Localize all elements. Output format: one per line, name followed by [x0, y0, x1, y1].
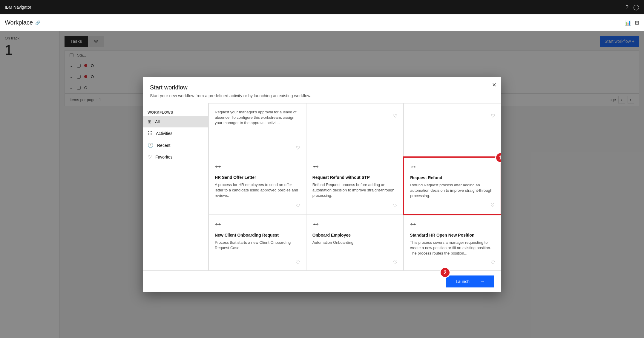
- workflow-card-onboard-employee[interactable]: Onboard Employee Automation Onboarding ♡: [306, 215, 404, 270]
- svg-point-1: [148, 133, 149, 135]
- workflow-row-2: New Client Onboarding Request Process th…: [208, 215, 501, 270]
- sidebar-item-all[interactable]: ⊞ All: [143, 116, 208, 127]
- favorite-icon[interactable]: ♡: [490, 203, 495, 208]
- svg-point-2: [151, 131, 152, 132]
- card-title: Standard HR Open New Position: [410, 233, 495, 237]
- card-title: Request Refund: [410, 175, 495, 180]
- card-footer: ♡: [312, 113, 398, 119]
- modal-sidebar: Workflows ⊞ All Activities: [143, 103, 208, 270]
- card-title: HR Send Offer Letter: [215, 175, 300, 180]
- launch-arrow-icon: →: [480, 279, 484, 284]
- card-title: New Client Onboarding Request: [215, 233, 300, 237]
- favorite-icon[interactable]: ♡: [393, 260, 397, 265]
- workflow-card-refund-no-stp[interactable]: Request Refund without STP Refund Reques…: [306, 157, 404, 215]
- workflow-card-partial-2[interactable]: ♡: [306, 103, 404, 157]
- start-workflow-modal: Start workflow Start your new workflow f…: [143, 77, 501, 292]
- user-icon[interactable]: ◯: [633, 4, 639, 10]
- modal-footer: 2 Launch →: [143, 270, 501, 292]
- recent-icon: 🕐: [148, 142, 154, 148]
- top-navigation: IBM Navigator ? ◯: [0, 0, 644, 14]
- modal-close-button[interactable]: ✕: [492, 82, 496, 88]
- grid-icon[interactable]: ⊞: [635, 19, 639, 26]
- chart-icon[interactable]: 📊: [625, 19, 631, 26]
- workflow-row-1: HR Send Offer Letter A process for HR em…: [208, 157, 501, 215]
- workflow-icon: [215, 163, 300, 171]
- card-footer: ♡: [312, 260, 398, 265]
- modal-subtitle: Start your new workflow from a predefine…: [150, 93, 494, 98]
- svg-point-0: [148, 131, 149, 132]
- workflow-card-request-refund[interactable]: Request Refund Refund Request process af…: [404, 157, 501, 215]
- card-footer: ♡: [215, 260, 300, 265]
- sidebar-item-label: Favorites: [155, 155, 173, 159]
- app-title-area: IBM Navigator: [5, 5, 31, 10]
- page-title: Workplace: [5, 19, 33, 26]
- sidebar-section-label: Workflows: [143, 108, 208, 116]
- svg-point-3: [151, 133, 152, 135]
- favorites-icon: ♡: [148, 154, 152, 160]
- workflow-card-new-client[interactable]: New Client Onboarding Request Process th…: [208, 215, 306, 270]
- sub-header: Workplace 🔗 📊 ⊞: [0, 14, 644, 31]
- sidebar-item-label: All: [155, 119, 160, 124]
- card-desc: A process for HR employees to send an of…: [215, 182, 300, 199]
- card-desc: Automation Onboarding: [312, 240, 398, 256]
- card-desc: Process that starts a new Client Onboard…: [215, 240, 300, 256]
- card-footer: ♡: [410, 113, 495, 119]
- card-desc: Request your manager's approval for a le…: [215, 109, 300, 141]
- sidebar-item-favorites[interactable]: ♡ Favorites: [143, 151, 208, 163]
- card-footer: ♡: [410, 203, 495, 208]
- workflow-card-partial-3[interactable]: ♡: [404, 103, 501, 157]
- card-desc: Refund Request process after adding an a…: [410, 182, 495, 199]
- card-desc: Refund Request process before adding an …: [312, 182, 398, 199]
- favorite-icon[interactable]: ♡: [296, 145, 300, 151]
- favorite-icon[interactable]: ♡: [491, 260, 495, 265]
- sub-header-right: 📊 ⊞: [625, 19, 639, 26]
- workflow-icon: [312, 221, 398, 229]
- all-icon: ⊞: [148, 119, 151, 124]
- card-footer: ♡: [215, 145, 300, 151]
- sidebar-item-recent[interactable]: 🕐 Recent: [143, 139, 208, 151]
- top-nav-actions: ? ◯: [625, 4, 639, 10]
- sidebar-item-label: Activities: [156, 131, 172, 136]
- workflow-icon: [410, 164, 495, 172]
- modal-header: Start workflow Start your new workflow f…: [143, 77, 501, 103]
- help-icon[interactable]: ?: [625, 4, 628, 10]
- workflow-card-hr-offer[interactable]: HR Send Offer Letter A process for HR em…: [208, 157, 306, 215]
- sidebar-item-activities[interactable]: Activities: [143, 127, 208, 139]
- app-title: IBM Navigator: [5, 5, 31, 10]
- annotation-badge-2: 2: [440, 267, 450, 278]
- card-footer: ♡: [410, 260, 495, 265]
- card-title: Onboard Employee: [312, 233, 398, 237]
- workflow-icon: [215, 221, 300, 229]
- favorite-icon[interactable]: ♡: [491, 113, 495, 119]
- favorite-icon[interactable]: ♡: [296, 203, 300, 208]
- favorite-icon[interactable]: ♡: [393, 113, 397, 119]
- launch-button-label: Launch: [456, 279, 470, 284]
- partial-top-row: Request your manager's approval for a le…: [208, 103, 501, 157]
- sidebar-item-label: Recent: [157, 143, 170, 148]
- sub-header-left: Workplace 🔗: [5, 19, 40, 26]
- card-title: Request Refund without STP: [312, 175, 398, 180]
- activities-icon: [148, 130, 152, 136]
- card-footer: ♡: [312, 203, 398, 208]
- favorite-icon[interactable]: ♡: [393, 203, 397, 208]
- card-footer: ♡: [215, 203, 300, 208]
- link-icon[interactable]: 🔗: [35, 20, 40, 25]
- favorite-icon[interactable]: ♡: [296, 260, 300, 265]
- modal-title: Start workflow: [150, 84, 494, 91]
- main-area: On track 1 Tasks W Start workflow + Sta.…: [0, 31, 644, 338]
- workflow-card-partial-1[interactable]: Request your manager's approval for a le…: [208, 103, 306, 157]
- workflow-icon: [410, 221, 495, 229]
- modal-body: Workflows ⊞ All Activities: [143, 103, 501, 270]
- card-desc: This process covers a manager requesting…: [410, 240, 495, 256]
- workflow-icon: [312, 163, 398, 171]
- launch-button[interactable]: Launch →: [446, 275, 494, 287]
- workflow-card-standard-hr[interactable]: Standard HR Open New Position This proce…: [404, 215, 501, 270]
- modal-grid-content: Request your manager's approval for a le…: [208, 103, 501, 270]
